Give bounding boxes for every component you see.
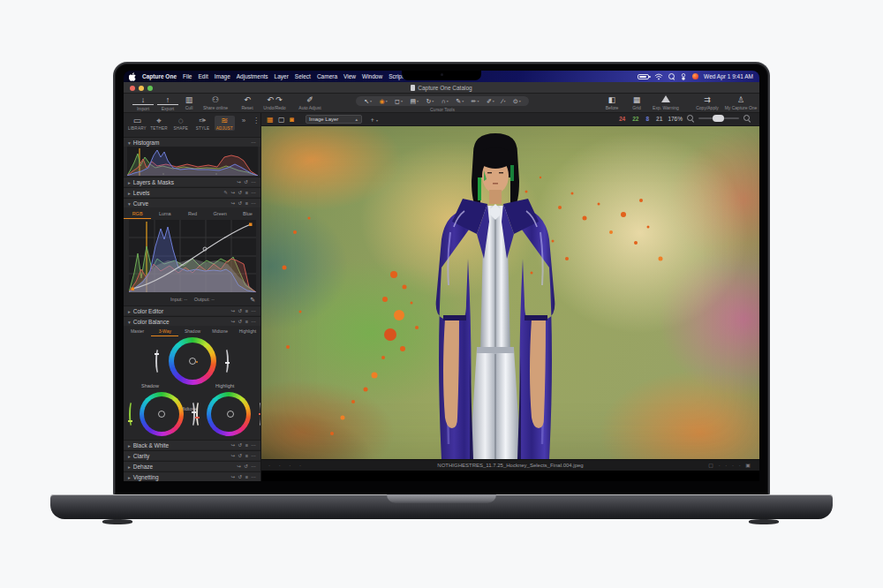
tab-library[interactable]: ▭ LIBRARY bbox=[127, 116, 147, 131]
battery-icon[interactable] bbox=[638, 74, 649, 79]
curve-plot[interactable] bbox=[129, 220, 256, 292]
menu-layer[interactable]: Layer bbox=[275, 71, 289, 82]
draw-mask-tool[interactable]: ✏▾ bbox=[472, 96, 479, 106]
menu-view[interactable]: View bbox=[343, 71, 356, 82]
proof-view-icon[interactable]: ◙ bbox=[290, 116, 294, 124]
curve-tools[interactable]: ↪ ↺ ≡ ⋯ bbox=[230, 199, 257, 208]
zoom-slider[interactable] bbox=[698, 117, 739, 119]
multi-view-icon[interactable]: ▦ bbox=[267, 116, 274, 124]
tab-overflow-menu[interactable]: ⋮ bbox=[253, 116, 260, 126]
undo-redo-button[interactable]: ↶ ↷ Undo/Redo bbox=[260, 95, 290, 110]
cull-button[interactable]: ▥ Cull bbox=[180, 95, 198, 110]
search-icon[interactable] bbox=[668, 73, 675, 79]
single-view-icon[interactable]: ▢ bbox=[278, 116, 285, 124]
curve-tab-red[interactable]: Red bbox=[178, 208, 206, 219]
highlight-color-wheel[interactable] bbox=[207, 392, 251, 436]
midtone-lightness-slider[interactable] bbox=[223, 348, 229, 374]
levels-tools[interactable]: ✎ ↪ ↺ ≡ ⋯ bbox=[223, 188, 257, 198]
shadow-saturation-slider[interactable] bbox=[129, 401, 135, 427]
menu-camera[interactable]: Camera bbox=[317, 71, 337, 82]
erase-mask-tool[interactable]: ✐▾ bbox=[487, 96, 494, 106]
minimize-button[interactable] bbox=[139, 86, 144, 91]
section-black-white[interactable]: ▸Black & White ↪ ↺ ≡ ⋯ bbox=[124, 440, 261, 449]
section-layers-masks[interactable]: ▸Layers & Masks ↪ ↺ ⋯ bbox=[124, 177, 261, 186]
section-levels[interactable]: ▸Levels ✎ ↪ ↺ ≡ ⋯ bbox=[124, 187, 261, 197]
import-button[interactable]: ↓ Import bbox=[132, 95, 154, 111]
menu-image[interactable]: Image bbox=[215, 71, 230, 82]
apple-menu-icon[interactable] bbox=[129, 72, 136, 81]
close-button[interactable] bbox=[130, 86, 135, 91]
zoom-in-icon[interactable] bbox=[743, 115, 751, 122]
section-clarity[interactable]: ▸Clarity ↪ ↺ ≡ ⋯ bbox=[124, 450, 261, 460]
tab-style[interactable]: ✑ STYLE bbox=[192, 116, 213, 131]
midtone-saturation-slider[interactable] bbox=[155, 348, 162, 374]
curve-tab-luma[interactable]: Luma bbox=[151, 208, 178, 219]
pan-tool[interactable]: ◉▾ bbox=[380, 96, 388, 106]
tab-shape[interactable]: ◌ SHAPE bbox=[170, 116, 191, 131]
grid-toggle[interactable]: ▦ Grid bbox=[627, 95, 646, 110]
more-tabs-chevron[interactable]: » bbox=[237, 116, 251, 126]
curve-tab-rgb[interactable]: RGB bbox=[124, 208, 151, 219]
shadow-color-wheel[interactable] bbox=[140, 392, 184, 436]
section-dehaze[interactable]: ▸Dehaze ↪ ↺ ⋯ bbox=[124, 461, 261, 471]
menu-clock[interactable]: Wed Apr 1 9:41 AM bbox=[704, 71, 753, 82]
zoom-out-icon[interactable] bbox=[687, 115, 694, 122]
menu-select[interactable]: Select bbox=[295, 71, 311, 82]
cb-tab-3way[interactable]: 3-Way bbox=[151, 327, 178, 336]
copy-apply-button[interactable]: ⇉ Copy/Apply bbox=[691, 95, 724, 110]
menu-window[interactable]: Window bbox=[362, 71, 382, 82]
clarity-tools[interactable]: ↪ ↺ ≡ ⋯ bbox=[230, 451, 257, 461]
thumbnail-size-icons[interactable]: ▢ · · · · ▣ bbox=[708, 460, 752, 471]
menu-app-name[interactable]: Capture One bbox=[142, 71, 177, 82]
menu-adjustments[interactable]: Adjustments bbox=[237, 71, 268, 82]
zoom-level[interactable]: 176% bbox=[668, 116, 683, 122]
layers-tools[interactable]: ↪ ↺ ⋯ bbox=[237, 177, 257, 187]
color-editor-tools[interactable]: ↪ ↺ ≡ ⋯ bbox=[230, 306, 257, 316]
section-vignetting[interactable]: ▸Vignetting ↪ ↺ ≡ ⋯ bbox=[124, 471, 261, 481]
menu-edit[interactable]: Edit bbox=[199, 71, 208, 82]
heal-tool[interactable]: ∕▾ bbox=[502, 96, 505, 106]
bw-tools[interactable]: ↪ ↺ ≡ ⋯ bbox=[230, 441, 257, 450]
wifi-icon[interactable] bbox=[654, 73, 663, 80]
before-toggle[interactable]: ◧ Before bbox=[599, 95, 625, 110]
curve-picker-icon[interactable]: ✎ bbox=[250, 295, 255, 305]
rotate-tool[interactable]: ↻▾ bbox=[426, 96, 434, 106]
shadow-lightness-slider[interactable] bbox=[189, 401, 195, 427]
vignetting-tools[interactable]: ↪ ↺ ≡ ⋯ bbox=[230, 472, 257, 481]
layer-selector[interactable]: Image Layer▲▼ bbox=[306, 115, 362, 124]
loupe-tool[interactable]: ◻▾ bbox=[395, 96, 403, 106]
tab-tether[interactable]: ⌖ TETHER bbox=[149, 116, 170, 131]
auto-adjust-button[interactable]: ✐ Auto Adjust bbox=[293, 95, 327, 110]
section-color-balance[interactable]: ▾Color Balance ↪ ↺ ≡ ⋯ bbox=[124, 316, 261, 326]
cb-tab-midtone[interactable]: Midtone bbox=[207, 327, 234, 336]
control-center-icon[interactable] bbox=[680, 73, 687, 80]
dehaze-tools[interactable]: ↪ ↺ ⋯ bbox=[237, 462, 257, 471]
crop-tool[interactable]: ▤▾ bbox=[410, 96, 419, 106]
exposure-warning-toggle[interactable]: Exp. Warning bbox=[648, 95, 683, 110]
midtone-color-wheel[interactable] bbox=[169, 337, 216, 385]
section-histogram[interactable]: ▾Histogram ⋯ bbox=[124, 137, 261, 147]
share-online-button[interactable]: ⚇ Share online bbox=[200, 95, 231, 110]
tab-adjust[interactable]: ≋ ADJUST bbox=[215, 116, 235, 131]
curve-tab-blue[interactable]: Blue bbox=[234, 208, 261, 219]
keystone-tool[interactable]: ∩▾ bbox=[442, 96, 449, 106]
spot-tool[interactable]: ✎▾ bbox=[456, 96, 464, 106]
section-color-editor[interactable]: ▸Color Editor ↪ ↺ ≡ ⋯ bbox=[124, 305, 261, 315]
filmstrip-nav-icons[interactable]: · · · · bbox=[268, 460, 305, 471]
export-button[interactable]: ↑ Export bbox=[157, 95, 178, 111]
color-balance-tools[interactable]: ↪ ↺ ≡ ⋯ bbox=[230, 317, 257, 327]
highlight-saturation-slider[interactable] bbox=[196, 401, 202, 427]
curve-tab-green[interactable]: Green bbox=[207, 208, 234, 219]
siri-icon[interactable] bbox=[692, 73, 698, 79]
section-curve[interactable]: ▾Curve ↪ ↺ ≡ ⋯ bbox=[124, 198, 261, 207]
zoom-window-button[interactable] bbox=[147, 86, 153, 91]
cb-tab-master[interactable]: Master bbox=[124, 327, 151, 336]
cb-tab-shadow[interactable]: Shadow bbox=[178, 327, 206, 336]
add-layer-button[interactable]: ＋ ▾ bbox=[369, 116, 378, 124]
menu-file[interactable]: File bbox=[183, 71, 192, 82]
pointer-tool[interactable]: ↖▾ bbox=[364, 96, 372, 106]
reset-button[interactable]: ↶ Reset bbox=[237, 95, 258, 110]
cb-tab-highlight[interactable]: Highlight bbox=[234, 327, 261, 336]
clone-tool[interactable]: ⊙▾ bbox=[513, 96, 521, 106]
image-viewer[interactable] bbox=[261, 126, 759, 459]
